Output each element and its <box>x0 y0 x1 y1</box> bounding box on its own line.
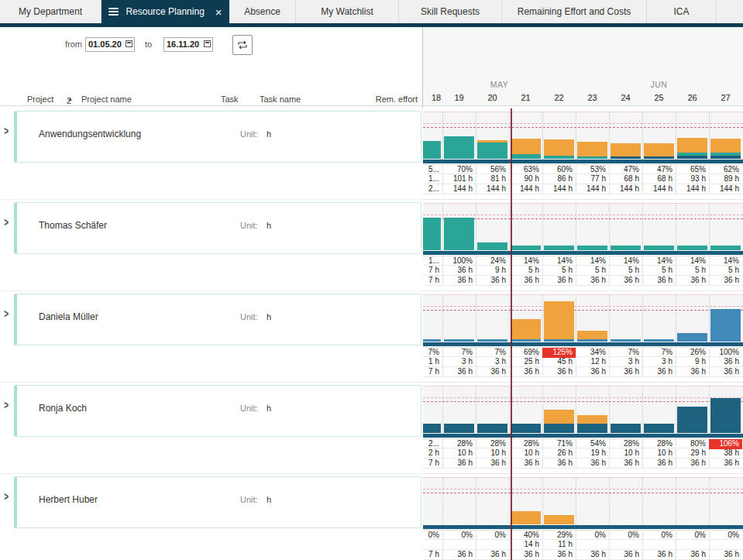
grid-cell: 81 h <box>476 174 509 184</box>
expand-chevron-icon[interactable]: > <box>4 125 9 137</box>
utilization-bar <box>477 339 507 342</box>
column-task-name[interactable]: Task name <box>260 94 301 104</box>
utilization-bar <box>577 415 607 424</box>
expand-chevron-icon[interactable]: > <box>4 216 9 228</box>
grid-line <box>509 386 510 434</box>
week-label: 18 <box>425 93 448 102</box>
grid-cell: 89 h <box>709 174 742 184</box>
grid-cell: 5 h <box>709 266 742 276</box>
utilization-bar <box>644 156 674 159</box>
calendar-icon[interactable] <box>126 40 132 47</box>
tab-absence[interactable]: Absence <box>229 0 296 23</box>
grid-line <box>642 203 643 251</box>
expand-chevron-icon[interactable]: > <box>4 490 9 503</box>
tab-label: Resource Planning <box>126 6 204 17</box>
column-task[interactable]: Task <box>221 94 239 104</box>
content: from to Pr <box>0 27 743 560</box>
tab-resource-planning[interactable]: Resource Planning× <box>101 0 229 23</box>
week-label: 24 <box>614 93 638 102</box>
grid-line <box>542 477 543 525</box>
refresh-button[interactable] <box>232 35 253 55</box>
grid-line <box>509 294 510 342</box>
grid-cell: 36 h <box>576 550 609 560</box>
grid-cell: 36 h <box>676 459 709 469</box>
grid-cell: 144 h <box>709 184 742 194</box>
grid-cell: 36 h <box>609 459 642 469</box>
grid-line <box>609 477 610 525</box>
grid-cell: 36 h <box>509 459 542 469</box>
utilization-bar <box>644 143 674 156</box>
tab-remaining-effort-and-costs[interactable]: Remaining Effort and Costs <box>502 0 647 23</box>
timeline-row: 1...100%24%14%14%14%14%14%14%14%7 h36 h9… <box>423 200 743 291</box>
utilization-bar <box>677 138 707 153</box>
tab-ica[interactable]: ICA <box>647 0 717 23</box>
timeline-row: 2...28%28%28%71%54%28%28%80%106%2 h10 h1… <box>423 383 743 474</box>
grid-cell: 7 h <box>423 459 442 469</box>
hamburger-icon[interactable] <box>108 8 119 15</box>
utilization-bar <box>544 156 574 159</box>
expand-chevron-icon[interactable]: > <box>4 399 9 411</box>
grid-cell: 36 h <box>442 459 476 469</box>
utilization-bar <box>611 424 641 433</box>
grid-cell: 36 h <box>709 357 742 367</box>
grid-cell: 36 h <box>676 276 709 286</box>
tab-my-watchlist[interactable]: My Watchlist <box>296 0 399 23</box>
row-card[interactable]: Daniela MüllerUnit:h <box>14 294 421 345</box>
grid-cell: 2... <box>423 184 442 194</box>
baseline-strip <box>423 342 743 346</box>
row-card[interactable]: Thomas SchäferUnit:h <box>14 202 421 254</box>
column-project-name[interactable]: Project name <box>81 94 132 104</box>
grid-cell: 144 h <box>576 184 609 194</box>
row-card[interactable]: AnwendungsentwicklungUnit:h <box>14 111 421 163</box>
row-card[interactable]: Ronja KochUnit:h <box>14 385 421 437</box>
tab-my-department[interactable]: My Department <box>0 0 101 23</box>
baseline-strip <box>423 160 743 163</box>
utilization-bar <box>611 156 641 159</box>
tab-label: ICA <box>673 6 689 17</box>
project-row: >Daniela MüllerUnit:h <box>0 291 423 383</box>
utilization-bar <box>544 424 574 433</box>
utilization-bar <box>611 339 641 342</box>
grid-cell: 10 h <box>442 448 476 459</box>
week-label: 26 <box>681 93 704 102</box>
grid-cell: 144 h <box>642 184 676 194</box>
grid-line <box>576 112 576 160</box>
utilization-bar <box>477 140 507 143</box>
grid-cell: 14 h <box>509 540 542 550</box>
expand-chevron-icon[interactable]: > <box>4 307 9 320</box>
grid-line <box>676 294 676 342</box>
utilization-bar <box>677 407 707 433</box>
data-row-capacity: 7 h36 h36 h36 h36 h36 h36 h36 h36 h36 h <box>423 550 743 560</box>
utilization-bar <box>577 331 607 339</box>
grid-line <box>709 477 710 525</box>
grid-line <box>709 203 710 251</box>
grid-cell: 93 h <box>676 174 709 184</box>
utilization-bar <box>477 242 507 250</box>
calendar-icon[interactable] <box>204 40 211 47</box>
grid-line <box>642 294 643 342</box>
grid-cell: 5 h <box>642 266 676 276</box>
baseline-strip <box>423 525 743 529</box>
data-row-percent: 1...100%24%14%14%14%14%14%14%14% <box>423 256 743 266</box>
grid-cell: 36 h <box>576 367 609 377</box>
row-card[interactable]: Herbert HuberUnit:h <box>14 476 421 528</box>
tab-skill-requests[interactable]: Skill Requests <box>399 0 502 23</box>
tab-label: My Department <box>19 6 82 17</box>
grid-line <box>542 386 543 434</box>
data-row-capacity: 7 h36 h36 h36 h36 h36 h36 h36 h36 h36 h <box>423 367 743 377</box>
column-project[interactable]: Project <box>27 94 53 104</box>
grid-cell: 7 h <box>423 367 442 377</box>
grid-cell: 36 h <box>709 459 742 469</box>
to-date-field[interactable] <box>163 36 213 51</box>
grid-line <box>709 294 710 342</box>
unit-label: Unit: <box>240 221 258 230</box>
column-rem-effort[interactable]: Rem. effort <box>376 94 418 104</box>
grid-cell: 7 h <box>423 276 442 286</box>
from-date-field[interactable] <box>85 36 135 51</box>
timeline-row: 0%0%0%40%29%0%0%0%0%0%14 h11 h7 h36 h36 … <box>423 474 743 560</box>
grid-cell <box>609 540 642 550</box>
grid-cell: 1... <box>423 174 442 184</box>
grid-cell: 36 h <box>442 367 476 377</box>
sort-ascending-icon: ▲ <box>67 96 73 101</box>
tab-close-icon[interactable]: × <box>215 6 222 18</box>
